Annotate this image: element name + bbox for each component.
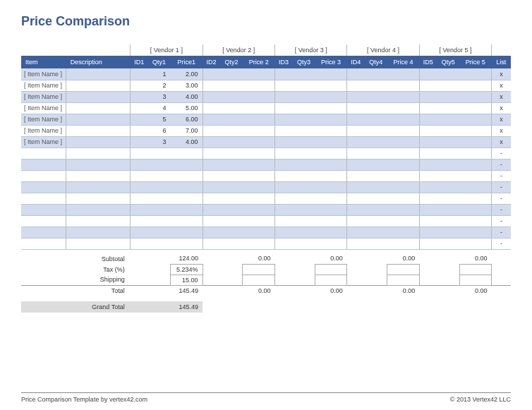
shipping-val-empty[interactable] bbox=[459, 275, 492, 285]
price-cell[interactable] bbox=[459, 238, 492, 249]
qty-cell[interactable] bbox=[437, 227, 459, 238]
price-cell[interactable] bbox=[171, 193, 203, 204]
id-cell[interactable] bbox=[202, 238, 220, 249]
qty-cell[interactable] bbox=[220, 68, 243, 80]
list-cell[interactable]: x bbox=[492, 114, 511, 125]
item-cell[interactable] bbox=[21, 204, 66, 215]
qty-cell[interactable] bbox=[292, 159, 315, 170]
qty-cell[interactable] bbox=[292, 114, 315, 125]
desc-cell[interactable] bbox=[66, 136, 131, 147]
qty-cell[interactable]: 1 bbox=[148, 68, 171, 80]
qty-cell[interactable] bbox=[220, 91, 243, 102]
price-cell[interactable] bbox=[315, 114, 347, 125]
qty-cell[interactable] bbox=[292, 102, 315, 114]
desc-cell[interactable] bbox=[66, 181, 131, 193]
id-cell[interactable] bbox=[347, 159, 365, 170]
price-cell[interactable] bbox=[315, 136, 347, 147]
qty-cell[interactable] bbox=[148, 181, 171, 193]
price-cell[interactable] bbox=[459, 204, 492, 215]
price-cell[interactable] bbox=[387, 159, 420, 170]
id-cell[interactable] bbox=[131, 238, 148, 249]
item-cell[interactable]: [ Item Name ] bbox=[21, 114, 66, 125]
id-cell[interactable] bbox=[347, 193, 365, 204]
price-cell[interactable]: 6.00 bbox=[171, 114, 203, 125]
qty-cell[interactable] bbox=[148, 170, 171, 181]
qty-cell[interactable] bbox=[437, 147, 459, 159]
qty-cell[interactable] bbox=[292, 80, 315, 91]
tax-val[interactable]: 5.234% bbox=[171, 264, 203, 275]
qty-cell[interactable] bbox=[437, 193, 459, 204]
qty-cell[interactable] bbox=[437, 91, 459, 102]
qty-cell[interactable] bbox=[292, 204, 315, 215]
id-cell[interactable] bbox=[347, 80, 365, 91]
qty-cell[interactable] bbox=[365, 80, 387, 91]
price-cell[interactable] bbox=[243, 80, 275, 91]
id-cell[interactable] bbox=[202, 170, 220, 181]
qty-cell[interactable] bbox=[148, 193, 171, 204]
id-cell[interactable] bbox=[202, 68, 220, 80]
qty-cell[interactable] bbox=[220, 215, 243, 227]
item-cell[interactable] bbox=[21, 147, 66, 159]
id-cell[interactable] bbox=[347, 204, 365, 215]
price-cell[interactable] bbox=[387, 170, 420, 181]
list-cell[interactable]: x bbox=[492, 68, 511, 80]
price-cell[interactable] bbox=[243, 193, 275, 204]
desc-cell[interactable] bbox=[66, 147, 131, 159]
id-cell[interactable] bbox=[419, 215, 437, 227]
id-cell[interactable] bbox=[131, 136, 148, 147]
qty-cell[interactable] bbox=[365, 159, 387, 170]
price-cell[interactable] bbox=[315, 125, 347, 136]
price-cell[interactable] bbox=[315, 68, 347, 80]
qty-cell[interactable] bbox=[220, 204, 243, 215]
id-cell[interactable] bbox=[274, 68, 292, 80]
id-cell[interactable] bbox=[419, 238, 437, 249]
qty-cell[interactable] bbox=[292, 215, 315, 227]
qty-cell[interactable]: 4 bbox=[148, 102, 171, 114]
price-cell[interactable] bbox=[387, 238, 420, 249]
price-cell[interactable] bbox=[459, 68, 492, 80]
price-cell[interactable]: 2.00 bbox=[171, 68, 203, 80]
qty-cell[interactable] bbox=[437, 170, 459, 181]
price-cell[interactable] bbox=[387, 80, 420, 91]
qty-cell[interactable] bbox=[365, 125, 387, 136]
tax-val-empty[interactable] bbox=[387, 264, 420, 275]
price-cell[interactable] bbox=[315, 147, 347, 159]
price-cell[interactable] bbox=[459, 136, 492, 147]
list-cell[interactable]: x bbox=[492, 136, 511, 147]
id-cell[interactable] bbox=[202, 147, 220, 159]
price-cell[interactable] bbox=[387, 193, 420, 204]
price-cell[interactable] bbox=[171, 204, 203, 215]
id-cell[interactable] bbox=[419, 227, 437, 238]
id-cell[interactable] bbox=[131, 91, 148, 102]
id-cell[interactable] bbox=[274, 91, 292, 102]
qty-cell[interactable] bbox=[220, 136, 243, 147]
price-cell[interactable] bbox=[171, 170, 203, 181]
price-cell[interactable] bbox=[459, 181, 492, 193]
qty-cell[interactable] bbox=[220, 227, 243, 238]
item-cell[interactable]: [ Item Name ] bbox=[21, 91, 66, 102]
qty-cell[interactable] bbox=[365, 181, 387, 193]
id-cell[interactable] bbox=[131, 125, 148, 136]
list-cell[interactable]: - bbox=[492, 159, 511, 170]
id-cell[interactable] bbox=[202, 193, 220, 204]
qty-cell[interactable] bbox=[365, 91, 387, 102]
price-cell[interactable] bbox=[387, 114, 420, 125]
price-cell[interactable] bbox=[171, 238, 203, 249]
qty-cell[interactable] bbox=[365, 227, 387, 238]
price-cell[interactable] bbox=[243, 68, 275, 80]
qty-cell[interactable] bbox=[292, 227, 315, 238]
qty-cell[interactable] bbox=[437, 80, 459, 91]
price-cell[interactable] bbox=[315, 193, 347, 204]
id-cell[interactable] bbox=[274, 147, 292, 159]
shipping-val-empty[interactable] bbox=[243, 275, 275, 285]
price-cell[interactable]: 5.00 bbox=[171, 102, 203, 114]
qty-cell[interactable] bbox=[292, 147, 315, 159]
id-cell[interactable] bbox=[419, 181, 437, 193]
qty-cell[interactable] bbox=[437, 238, 459, 249]
qty-cell[interactable] bbox=[437, 204, 459, 215]
qty-cell[interactable]: 3 bbox=[148, 91, 171, 102]
list-cell[interactable]: - bbox=[492, 227, 511, 238]
qty-cell[interactable] bbox=[365, 114, 387, 125]
price-cell[interactable] bbox=[387, 215, 420, 227]
price-cell[interactable] bbox=[315, 181, 347, 193]
